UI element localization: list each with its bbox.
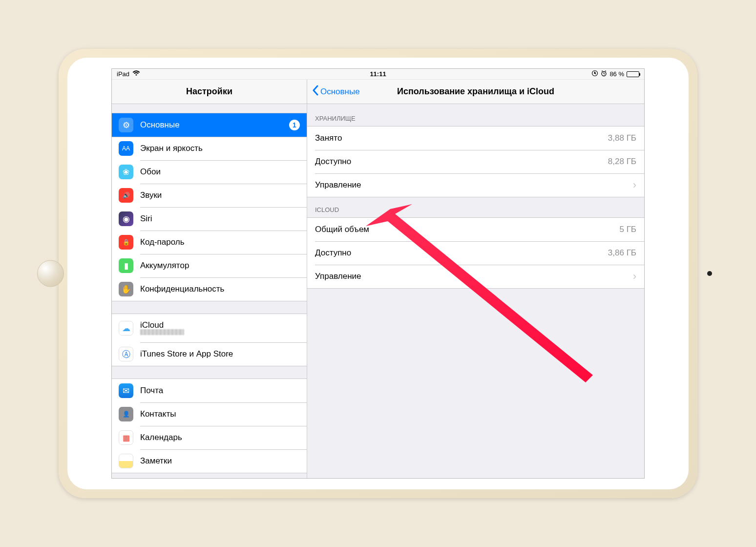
sidebar-item-label: Звуки (140, 190, 300, 200)
sidebar-item-privacy[interactable]: ✋Конфиденциальность (112, 277, 307, 301)
icloud-section-header: ICLOUD (307, 197, 644, 217)
chevron-right-icon: › (633, 271, 636, 282)
siri-icon: ◉ (119, 211, 133, 226)
page-title: Использование хранилища и iCloud (397, 86, 554, 97)
sidebar-item-label: Аккумулятор (140, 261, 300, 271)
privacy-icon: ✋ (119, 282, 133, 296)
sidebar-item-siri[interactable]: ◉Siri (112, 207, 307, 231)
sidebar-item-mail[interactable]: ✉Почта (112, 379, 307, 402)
sidebar-group-accounts: ☁iCloudⒶiTunes Store и App Store (112, 314, 307, 366)
sidebar-item-label: Контакты (140, 409, 300, 419)
chevron-left-icon (312, 85, 318, 98)
settings-sidebar: Настройки ⚙Основные1AAЭкран и яркость❀Об… (112, 80, 307, 478)
sidebar-item-label: Календарь (140, 433, 300, 442)
status-time: 11:11 (291, 70, 465, 78)
sidebar-item-sounds[interactable]: 🔊Звуки (112, 184, 307, 207)
icloud-icon: ☁ (119, 321, 133, 336)
sidebar-item-label: iTunes Store и App Store (140, 349, 300, 359)
sidebar-item-gear[interactable]: ⚙Основные1 (112, 113, 307, 137)
device-inner: iPad 11:11 86 % (67, 58, 689, 489)
sidebar-item-label: Обои (140, 167, 300, 177)
row-label: Управление (315, 272, 629, 281)
status-bar: iPad 11:11 86 % (112, 69, 644, 80)
back-label: Основные (320, 87, 360, 97)
alarm-icon (601, 70, 607, 78)
notes-icon (119, 454, 133, 468)
contacts-icon: 👤 (119, 407, 133, 421)
storage-group: Занято3,88 ГБДоступно8,28 ГБУправление› (307, 126, 644, 197)
wifi-icon (132, 70, 140, 78)
icloud-row: Общий объем5 ГБ (307, 218, 644, 241)
sidebar-item-appstore[interactable]: ⒶiTunes Store и App Store (112, 342, 307, 366)
display-icon: AA (119, 141, 133, 156)
sidebar-group-apps: ✉Почта👤Контакты▦КалендарьЗаметки (112, 379, 307, 473)
storage-row[interactable]: Управление› (307, 173, 644, 197)
calendar-icon: ▦ (119, 430, 133, 445)
storage-row: Занято3,88 ГБ (307, 126, 644, 150)
sidebar-item-wallpaper[interactable]: ❀Обои (112, 160, 307, 184)
sidebar-item-icloud[interactable]: ☁iCloud (112, 314, 307, 342)
sidebar-item-label: Почта (140, 386, 300, 396)
icloud-row[interactable]: Управление› (307, 265, 644, 288)
ipad-device-frame: iPad 11:11 86 % (59, 49, 697, 498)
row-label: Доступно (315, 157, 608, 167)
sidebar-item-battery[interactable]: ▮Аккумулятор (112, 254, 307, 277)
sidebar-item-passcode[interactable]: 🔒Код-пароль (112, 231, 307, 254)
row-value: 3,86 ГБ (608, 248, 636, 258)
sidebar-item-label: Экран и яркость (140, 144, 300, 153)
row-label: Общий объем (315, 225, 619, 234)
sidebar-item-label: Конфиденциальность (140, 284, 300, 294)
rotation-lock-icon (591, 70, 598, 78)
sidebar-item-label: Код-пароль (140, 237, 300, 247)
icloud-row: Доступно3,86 ГБ (307, 241, 644, 265)
detail-pane: Основные Использование хранилища и iClou… (307, 80, 644, 478)
sidebar-title: Настройки (112, 80, 307, 104)
icloud-account-blur (140, 329, 184, 337)
sidebar-item-label: iCloud (140, 320, 184, 330)
camera-icon (707, 271, 712, 276)
sidebar-item-calendar[interactable]: ▦Календарь (112, 426, 307, 449)
home-button[interactable] (37, 260, 64, 287)
sidebar-item-label: Заметки (140, 456, 300, 466)
battery-icon: ▮ (119, 258, 133, 273)
sidebar-item-contacts[interactable]: 👤Контакты (112, 402, 307, 426)
storage-section-header: ХРАНИЛИЩЕ (307, 104, 644, 126)
passcode-icon: 🔒 (119, 235, 133, 250)
detail-header: Основные Использование хранилища и iClou… (307, 80, 644, 104)
gear-icon: ⚙ (119, 118, 133, 132)
storage-row: Доступно8,28 ГБ (307, 150, 644, 173)
svg-rect-1 (594, 72, 596, 74)
icloud-group: Общий объем5 ГБДоступно3,86 ГБУправление… (307, 217, 644, 289)
sidebar-item-notes[interactable]: Заметки (112, 449, 307, 473)
row-value: 5 ГБ (619, 225, 636, 234)
appstore-icon: Ⓐ (119, 347, 133, 361)
row-value: 8,28 ГБ (608, 157, 636, 167)
row-label: Доступно (315, 248, 608, 258)
sidebar-item-label: Siri (140, 214, 300, 224)
sidebar-group-general: ⚙Основные1AAЭкран и яркость❀Обои🔊Звуки◉S… (112, 113, 307, 301)
battery-percent: 86 % (609, 70, 624, 78)
mail-icon: ✉ (119, 383, 133, 398)
row-label: Управление (315, 180, 629, 190)
sidebar-item-label: Основные (140, 120, 289, 130)
device-name: iPad (117, 70, 129, 78)
screen: iPad 11:11 86 % (111, 68, 645, 479)
battery-icon (627, 71, 639, 77)
sidebar-item-display[interactable]: AAЭкран и яркость (112, 137, 307, 160)
back-button[interactable]: Основные (312, 85, 360, 98)
row-label: Занято (315, 133, 608, 143)
row-value: 3,88 ГБ (608, 133, 636, 143)
sounds-icon: 🔊 (119, 188, 133, 203)
wallpaper-icon: ❀ (119, 165, 133, 179)
chevron-right-icon: › (633, 180, 636, 190)
badge: 1 (289, 120, 300, 130)
